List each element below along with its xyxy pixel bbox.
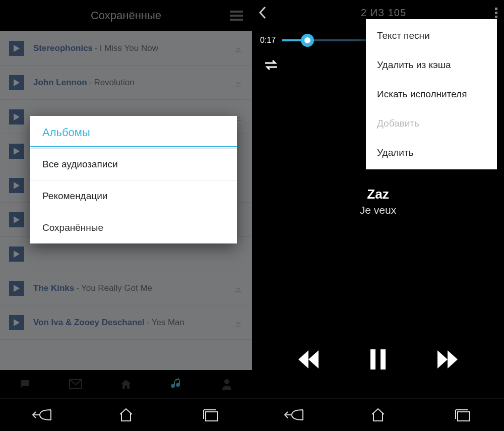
- android-navbar: [252, 398, 504, 431]
- player-controls: [252, 338, 504, 383]
- play-icon[interactable]: [9, 178, 24, 193]
- page-title: Сохранённые: [91, 9, 161, 22]
- play-icon[interactable]: [9, 247, 24, 262]
- tab-music[interactable]: [151, 370, 202, 398]
- track-artist: Stereophonics: [33, 43, 93, 53]
- play-icon[interactable]: [9, 75, 24, 90]
- list-item[interactable]: The Kinks - You Really Got Me: [0, 271, 252, 305]
- track-counter: 2 ИЗ 105: [273, 7, 494, 19]
- list-item[interactable]: John Lennon - Revolution: [0, 66, 252, 100]
- svg-rect-15: [381, 349, 386, 370]
- nav-home-button[interactable]: [358, 404, 398, 425]
- android-navbar: [0, 398, 252, 431]
- ctx-lyrics[interactable]: Текст песни: [366, 21, 497, 50]
- overflow-icon[interactable]: [494, 8, 498, 18]
- track-title: Revolution: [94, 78, 134, 88]
- nav-home-button[interactable]: [106, 404, 146, 425]
- pause-button[interactable]: [370, 349, 386, 372]
- track-artist: Von Iva & Zooey Deschanel: [33, 318, 145, 328]
- repeat-icon[interactable]: [263, 59, 279, 71]
- tab-profile[interactable]: [202, 370, 252, 398]
- svg-marker-5: [14, 216, 20, 223]
- svg-rect-18: [458, 412, 470, 421]
- track-artist: The Kinks: [33, 283, 74, 293]
- svg-point-10: [224, 379, 229, 384]
- track-title: You Really Got Me: [81, 283, 152, 293]
- left-header: Сохранённые: [0, 0, 252, 31]
- svg-marker-8: [14, 319, 20, 326]
- tab-chat[interactable]: [0, 370, 50, 398]
- nav-back-button[interactable]: [22, 404, 62, 425]
- ctx-add: Добавить: [366, 109, 497, 138]
- nav-back-button[interactable]: [274, 404, 314, 425]
- track-title: I Miss You Now: [100, 43, 158, 53]
- song-title: Je veux: [252, 204, 504, 216]
- ctx-search-artist[interactable]: Искать исполнителя: [366, 80, 497, 109]
- svg-marker-7: [14, 285, 20, 292]
- back-icon[interactable]: [258, 6, 267, 19]
- svg-marker-12: [298, 350, 308, 368]
- download-icon[interactable]: [234, 284, 243, 293]
- svg-rect-14: [370, 349, 375, 370]
- next-button[interactable]: [437, 350, 458, 371]
- svg-marker-13: [308, 350, 319, 368]
- separator: -: [89, 78, 92, 88]
- svg-marker-4: [14, 182, 20, 189]
- svg-marker-3: [14, 148, 20, 155]
- play-icon[interactable]: [9, 315, 24, 330]
- play-icon[interactable]: [9, 281, 24, 296]
- svg-marker-2: [14, 113, 20, 120]
- left-screen: Сохранённые Stereophonics - I Miss You N…: [0, 0, 252, 431]
- right-screen: 2 ИЗ 105 0:17 Zaz Je veux: [252, 0, 504, 431]
- track-title: Yes Man: [151, 318, 184, 328]
- song-info: Zaz Je veux: [252, 187, 504, 216]
- prev-button[interactable]: [298, 350, 319, 371]
- left-content: Сохранённые Stereophonics - I Miss You N…: [0, 0, 252, 431]
- seek-time: 0:17: [260, 36, 276, 45]
- tab-mail[interactable]: [50, 370, 101, 398]
- play-icon[interactable]: [9, 144, 24, 159]
- svg-marker-17: [448, 350, 458, 368]
- download-icon[interactable]: [234, 78, 243, 87]
- separator: -: [76, 283, 79, 293]
- dialog-item-all[interactable]: Все аудиозаписи: [30, 148, 237, 180]
- separator: -: [147, 318, 150, 328]
- play-icon[interactable]: [9, 212, 24, 227]
- player-content: 2 ИЗ 105 0:17 Zaz Je veux: [252, 0, 504, 398]
- artist-name: Zaz: [252, 187, 504, 202]
- svg-marker-16: [437, 350, 448, 368]
- ctx-delete[interactable]: Удалить: [366, 138, 497, 167]
- track-artist: John Lennon: [33, 78, 87, 88]
- context-menu: Текст песни Удалить из кэша Искать испол…: [366, 19, 497, 169]
- dialog-item-saved[interactable]: Сохранённые: [30, 212, 237, 243]
- hamburger-icon[interactable]: [230, 11, 243, 21]
- download-icon[interactable]: [234, 318, 243, 327]
- albums-dialog: Альбомы Все аудиозаписи Рекомендации Сох…: [30, 116, 237, 243]
- ctx-clear-cache[interactable]: Удалить из кэша: [366, 50, 497, 80]
- nav-recent-button[interactable]: [190, 404, 230, 425]
- play-icon[interactable]: [9, 109, 24, 125]
- dialog-divider: [30, 146, 237, 147]
- list-item[interactable]: Stereophonics - I Miss You Now: [0, 31, 252, 66]
- separator: -: [95, 43, 98, 53]
- dialog-title: Альбомы: [30, 116, 237, 146]
- svg-marker-1: [14, 79, 20, 86]
- nav-recent-button[interactable]: [442, 404, 482, 425]
- seek-thumb[interactable]: [301, 34, 314, 47]
- dialog-item-recommend[interactable]: Рекомендации: [30, 180, 237, 212]
- svg-marker-0: [14, 45, 20, 52]
- svg-marker-6: [14, 251, 20, 258]
- play-icon[interactable]: [9, 41, 24, 56]
- download-icon[interactable]: [234, 44, 243, 53]
- bottom-tabs: [0, 370, 252, 398]
- tab-home[interactable]: [101, 370, 151, 398]
- svg-rect-11: [206, 412, 218, 421]
- list-item[interactable]: Von Iva & Zooey Deschanel - Yes Man: [0, 305, 252, 340]
